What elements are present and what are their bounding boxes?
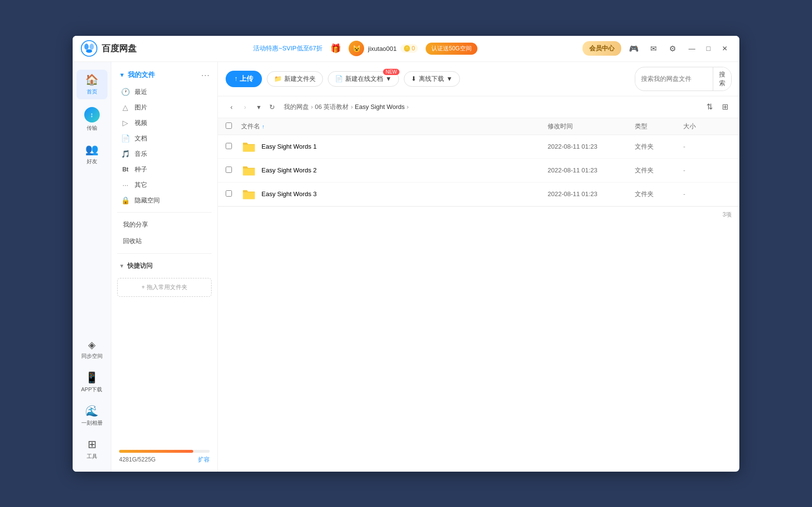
- header-name[interactable]: 文件名 ↑: [241, 122, 548, 131]
- user-area: 😺 jixutao001 🪙 0: [349, 41, 418, 56]
- nav-item-app[interactable]: 📱 APP下载: [77, 368, 107, 397]
- nav-item-tools[interactable]: ⊞ 工具: [77, 434, 107, 464]
- member-center-button[interactable]: 会员中心: [582, 41, 621, 56]
- quick-access-label: 快捷访问: [127, 261, 153, 270]
- sidebar-item-video[interactable]: ▷ 视频: [115, 115, 214, 131]
- folder-icon-2: [241, 164, 257, 177]
- dropdown-button[interactable]: ▾: [253, 101, 264, 113]
- file-table: 文件名 ↑ 修改时间 类型 大小: [218, 118, 739, 206]
- other-label: 其它: [135, 181, 147, 189]
- sidebar-recycle[interactable]: 回收站: [115, 233, 214, 249]
- storage-used-label: 4281G/5225G: [119, 456, 155, 463]
- app-icon: 📱: [85, 371, 98, 384]
- total-count: 3项: [722, 211, 732, 218]
- row-3-type: 文件夹: [635, 190, 683, 199]
- main-layout: 🏠 首页 ↕ 传输 👥 好友 ◈ 同步空间 📱 APP下载 🌊: [73, 62, 739, 472]
- row-2-checkbox[interactable]: [226, 167, 241, 174]
- sidebar-footer: 4281G/5225G 扩容: [111, 444, 217, 472]
- verify-button[interactable]: 认证送50G空间: [426, 43, 477, 55]
- private-label: 隐藏空间: [135, 196, 160, 205]
- row-2-name: Easy Sight Words 2: [241, 164, 548, 177]
- close-button[interactable]: ✕: [718, 42, 732, 55]
- sidebar-item-other[interactable]: ··· 其它: [115, 177, 214, 193]
- title-bar: 百度网盘 活动特惠~SVIP低至67折 🎁 😺 jixutao001 🪙 0 认…: [73, 36, 739, 62]
- main-content: ↑ 上传 📁 新建文件夹 📄 新建在线文档 NEW ▼ ⬇ 离线下载 ▼: [218, 62, 739, 472]
- sort-view-button[interactable]: ⇅: [703, 100, 716, 114]
- storage-bar-bg: [119, 450, 210, 453]
- search-input[interactable]: [635, 72, 713, 85]
- nav-item-album[interactable]: 🌊 一刻相册: [77, 401, 107, 430]
- maximize-button[interactable]: □: [702, 42, 715, 55]
- sidebar-item-recent[interactable]: 🕐 最近: [115, 84, 214, 100]
- offline-download-button[interactable]: ⬇ 离线下载 ▼: [404, 71, 460, 87]
- breadcrumb-parent[interactable]: 06 英语教材: [315, 103, 349, 111]
- nav-label-transfer: 传输: [87, 124, 97, 132]
- settings-icon[interactable]: ⚙: [666, 42, 679, 55]
- row-3-check-input[interactable]: [226, 190, 232, 197]
- breadcrumb-path: 我的网盘 › 06 英语教材 › Easy Sight Words ›: [284, 103, 409, 111]
- row-3-checkbox[interactable]: [226, 190, 241, 198]
- table-row[interactable]: Easy Sight Words 1 2022-08-11 01:23 文件夹 …: [218, 135, 739, 159]
- row-1-check-input[interactable]: [226, 143, 232, 149]
- expand-storage-link[interactable]: 扩容: [198, 456, 210, 464]
- torrent-label: 种子: [135, 165, 147, 174]
- game-icon[interactable]: 🎮: [627, 42, 641, 55]
- nav-label-app: APP下载: [81, 386, 102, 393]
- new-doc-badge: NEW: [383, 69, 399, 75]
- svg-point-3: [86, 49, 92, 53]
- row-1-type: 文件夹: [635, 142, 683, 151]
- new-doc-icon: 📄: [335, 75, 343, 82]
- quick-access-header[interactable]: ▼ 快捷访问: [111, 258, 217, 274]
- column-name-label: 文件名: [241, 122, 260, 131]
- new-doc-button[interactable]: 📄 新建在线文档 NEW ▼: [328, 71, 399, 87]
- file-table-wrapper: 文件名 ↑ 修改时间 类型 大小: [218, 118, 739, 472]
- select-all-checkbox[interactable]: [226, 123, 232, 129]
- my-files-label: 我的文件: [128, 71, 155, 79]
- toolbar: ↑ 上传 📁 新建文件夹 📄 新建在线文档 NEW ▼ ⬇ 离线下载 ▼: [218, 62, 739, 96]
- avatar[interactable]: 😺: [349, 41, 364, 56]
- my-files-more-icon[interactable]: ⋯: [201, 70, 210, 80]
- breadcrumb-nav: ‹ › ▾ ↻: [226, 101, 278, 113]
- refresh-button[interactable]: ↻: [266, 101, 278, 113]
- header-type: 类型: [635, 122, 683, 131]
- sidebar-divider-1: [117, 212, 212, 213]
- grid-view-button[interactable]: ⊞: [718, 100, 732, 114]
- sidebar-item-music[interactable]: 🎵 音乐: [115, 146, 214, 162]
- row-2-modified: 2022-08-11 01:23: [548, 167, 635, 174]
- sidebar-item-docs[interactable]: 📄 文档: [115, 131, 214, 146]
- sync-icon: ◈: [88, 339, 95, 351]
- svg-point-2: [90, 44, 94, 50]
- search-button[interactable]: 搜索: [713, 67, 731, 91]
- nav-item-sync[interactable]: ◈ 同步空间: [77, 335, 107, 364]
- row-2-check-input[interactable]: [226, 167, 232, 173]
- row-1-checkbox[interactable]: [226, 143, 241, 151]
- minimize-button[interactable]: —: [685, 42, 699, 55]
- new-folder-button[interactable]: 📁 新建文件夹: [267, 71, 323, 87]
- sidebar-item-torrent[interactable]: Bt 种子: [115, 162, 214, 177]
- promo-link[interactable]: 活动特惠~SVIP低至67折: [253, 44, 322, 53]
- table-row[interactable]: Easy Sight Words 2 2022-08-11 01:23 文件夹 …: [218, 159, 739, 183]
- sidebar-item-images[interactable]: △ 图片: [115, 100, 214, 115]
- table-row[interactable]: Easy Sight Words 3 2022-08-11 01:23 文件夹 …: [218, 183, 739, 206]
- recent-icon: 🕐: [121, 88, 130, 96]
- sidebar-item-private[interactable]: 🔒 隐藏空间: [115, 193, 214, 208]
- docs-icon: 📄: [121, 134, 130, 143]
- nav-item-friends[interactable]: 👥 好友: [77, 139, 107, 169]
- row-2-filename: Easy Sight Words 2: [261, 167, 317, 174]
- username-label: jixutao001: [368, 45, 397, 52]
- upload-button[interactable]: ↑ 上传: [226, 71, 262, 87]
- breadcrumb-root[interactable]: 我的网盘: [284, 103, 309, 111]
- nav-item-home[interactable]: 🏠 首页: [77, 70, 107, 99]
- back-button[interactable]: ‹: [226, 101, 237, 113]
- sort-icon: ↑: [262, 123, 265, 129]
- storage-bar-fill: [119, 450, 193, 453]
- header-check[interactable]: [226, 123, 241, 130]
- storage-info: 4281G/5225G 扩容: [119, 456, 210, 464]
- sidebar-my-share[interactable]: 我的分享: [115, 216, 214, 233]
- quick-add-button[interactable]: + 拖入常用文件夹: [117, 278, 212, 297]
- my-files-title[interactable]: ▼ 我的文件: [119, 71, 155, 79]
- forward-button[interactable]: ›: [239, 101, 251, 113]
- nav-item-transfer[interactable]: ↕ 传输: [77, 103, 107, 136]
- mail-icon[interactable]: ✉: [646, 42, 660, 55]
- my-files-header: ▼ 我的文件 ⋯: [115, 66, 214, 84]
